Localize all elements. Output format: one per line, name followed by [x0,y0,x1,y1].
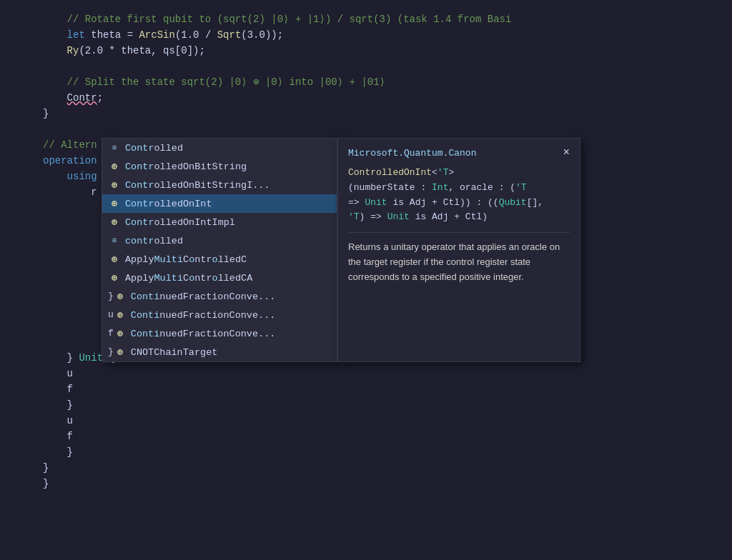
autocomplete-row-brace-continued: } ⊕ ContinuedFractionConve... [102,287,337,306]
comment-split: // Split the state sqrt(2) |0⟩ ⊗ |0⟩ int… [43,74,385,90]
bottom-line-u2: u [0,413,732,429]
bottom-line-brace4: } [0,460,732,476]
method-icon-7: ⊕ [108,253,121,266]
code-indent2 [43,43,67,59]
autocomplete-item-controlledonintimpl[interactable]: ⊕ ControlledOnIntImpl [102,213,337,231]
item-match-2: Contr [125,161,154,172]
info-signature: ControlledOnInt<'T> (numberState : Int, … [348,166,570,225]
item-suffix-6: olled [154,236,184,246]
item-text-11: ContinuedFractionConve... [131,329,276,339]
info-separator [348,232,570,233]
code-indent3 [43,169,67,184]
autocomplete-row-brace-cnotchain: } ⊕ CNOTChainTarget [102,343,337,361]
method-icon-12: ⊕ [114,346,127,359]
item-suffix-9: nuedFractionConve... [159,291,275,302]
code-indent [43,27,67,43]
method-icon-5: ⊕ [108,216,121,229]
code-r: r [43,184,97,200]
item-suffix-1: olled [154,143,184,154]
comment-rotate: // Rotate first qubit to (sqrt(2) |0⟩ + … [43,11,511,27]
item-suffix-8: ControlledCA [183,273,252,284]
item-text-4: ControlledOnInt [125,199,212,209]
info-namespace: Microsoft.Quantum.Canon [348,148,476,159]
method-icon-8: ⊕ [108,271,121,284]
info-description: Returns a unitary operator that applies … [348,240,570,284]
item-suffix-4: olledOnInt [154,199,212,209]
bottom-line-brace5: } [0,476,732,491]
autocomplete-item-applymulticontrolledca[interactable]: ⊕ ApplyMultiControlledCA [102,269,337,287]
autocomplete-item-controlled-lower[interactable]: ≡ controlled [102,231,337,250]
item-suffix-7: ControlledC [183,254,247,265]
item-suffix-3: olledOnBitStringI... [154,180,270,191]
item-match-6: contr [125,236,154,246]
unit-type: Unit [79,350,103,366]
item-match-8: Multi [154,273,184,284]
snippet-icon-1: ≡ [108,141,121,154]
item-suffix-5: olledOnIntImpl [154,217,235,228]
item-text-12: CNOTChainTarget [131,347,218,358]
item-match-10: Conti [131,310,160,321]
code-line-1: // Rotate first qubit to (sqrt(2) |0⟩ + … [0,11,732,27]
autocomplete-row-f-continued: f ⊕ ContinuedFractionConve... [102,324,337,343]
item-text-2: ControlledOnBitString [125,161,247,172]
func-ry: Ry [67,43,79,59]
code-close-brace: } [43,106,49,121]
item-suffix-2: olledOnBitString [154,161,247,172]
autocomplete-row-u-continued: u ⊕ ContinuedFractionConve... [102,306,337,324]
item-prefix-7: Apply [125,254,154,265]
code-line-brace: } [0,106,732,121]
item-text-3: ControlledOnBitStringI... [125,180,270,191]
code-semicolon: ; [97,90,103,106]
code-line-2: let theta = ArcSin(1.0 / Sqrt(3.0)); [0,27,732,43]
autocomplete-container: ≡ Controlled ⊕ ControlledOnBitString ⊕ C… [102,138,580,362]
method-icon-3: ⊕ [108,179,121,191]
code-line-contr: Contr; [0,90,732,106]
close-button[interactable]: × [563,147,570,159]
bottom-line-brace2: } [0,397,732,413]
item-text-1: Controlled [125,143,183,154]
autocomplete-item-controlledonbitstring[interactable]: ⊕ ControlledOnBitString [102,157,337,176]
keyword-using: using [67,169,97,184]
sig-func-name: ControlledOnInt [348,167,432,178]
comment-altern: // Altern [43,137,97,153]
func-arcsin: ArcSin [139,27,174,43]
item-match-9: Conti [131,291,160,302]
bottom-line-f2: f [0,429,732,444]
item-prefix-8: Apply [125,273,154,284]
code-line-empty1 [0,59,732,74]
code-line-empty2 [0,121,732,137]
bottom-line-brace3: } [0,444,732,460]
item-text-9: ContinuedFractionConve... [131,291,276,302]
bottom-line-f: f [0,381,732,397]
code-line-comment2: // Split the state sqrt(2) |0⟩ ⊗ |0⟩ int… [0,74,732,90]
item-suffix-11: nuedFractionConve... [159,329,275,339]
method-icon-9: ⊕ [114,290,127,303]
editor-area: // Rotate first qubit to (sqrt(2) |0⟩ + … [0,0,732,560]
method-icon-4: ⊕ [108,197,121,210]
code-ry-args: (2.0 * theta, qs[0]); [79,43,204,59]
bottom-line-u: u [0,366,732,381]
code-line-3: Ry(2.0 * theta, qs[0]); [0,43,732,59]
autocomplete-list[interactable]: ≡ Controlled ⊕ ControlledOnBitString ⊕ C… [102,138,337,362]
item-match-3: Contr [125,180,154,191]
code-contr-indent [43,90,67,106]
snippet-icon-6: ≡ [108,234,121,247]
autocomplete-item-controlledonint[interactable]: ⊕ ControlledOnInt [102,194,337,213]
code-theta-eq: theta = [85,27,139,43]
item-match-1: Contr [125,143,154,154]
method-icon-10: ⊕ [114,309,127,321]
func-sqrt: Sqrt [217,27,242,43]
item-match-7: Multi [154,254,184,265]
item-text-8: ApplyMultiControlledCA [125,273,252,284]
code-contr-word: Contr [67,90,97,106]
item-suffix-12: CNOTChainTarget [131,347,218,358]
item-match-11: Conti [131,329,160,339]
info-panel-header: Microsoft.Quantum.Canon × [348,147,570,159]
item-match-4: Contr [125,199,154,209]
item-text-10: ContinuedFractionConve... [131,310,276,321]
item-text-7: ApplyMultiControlledC [125,254,247,265]
autocomplete-item-applymulticontrolledc[interactable]: ⊕ ApplyMultiControlledC [102,250,337,269]
autocomplete-item-controlledonbitstringi[interactable]: ⊕ ControlledOnBitStringI... [102,176,337,194]
autocomplete-item-controlled[interactable]: ≡ Controlled [102,139,337,157]
keyword-operation: operation [43,153,97,169]
